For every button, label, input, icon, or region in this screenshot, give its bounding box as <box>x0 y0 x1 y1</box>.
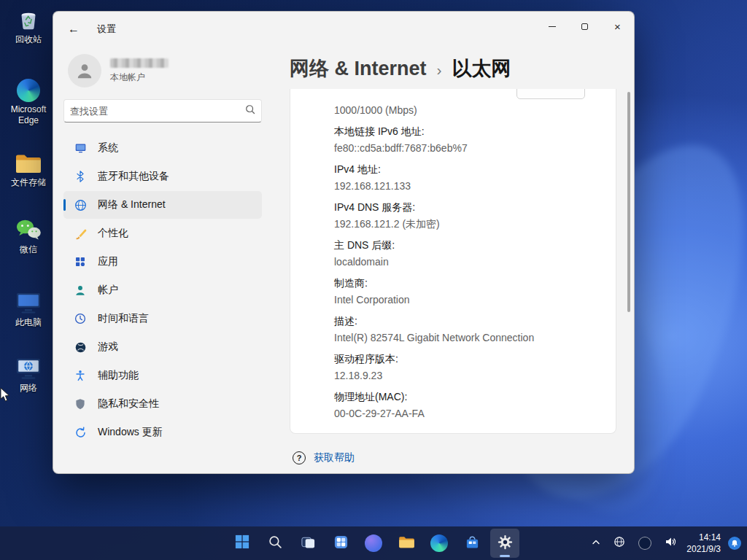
taskbar: 14:14 2021/9/3 <box>0 526 747 560</box>
bluetooth-icon <box>73 171 88 182</box>
store-icon <box>465 534 480 553</box>
chat-icon <box>365 534 382 552</box>
tray-network-button[interactable] <box>611 533 628 553</box>
sidebar-item-time-language[interactable]: 时间和语言 <box>63 305 262 332</box>
start-button[interactable] <box>228 529 257 558</box>
search-box[interactable] <box>63 99 262 122</box>
sidebar-item-accessibility[interactable]: 辅助功能 <box>63 362 262 389</box>
user-account-type: 本地帐户 <box>110 71 169 84</box>
taskbar-search-button[interactable] <box>260 529 290 558</box>
desktop-icon-network[interactable]: 网络 <box>4 354 53 394</box>
property-value: 192.168.121.133 <box>334 179 598 192</box>
chat-button[interactable] <box>359 529 388 558</box>
recycle-bin-icon <box>4 6 53 32</box>
property-label: 物理地址(MAC): <box>334 390 598 403</box>
desktop-icon-recycle-bin[interactable]: 回收站 <box>4 6 53 45</box>
close-button[interactable]: × <box>601 12 634 41</box>
desktop-icon-edge[interactable]: Microsoft Edge <box>4 76 53 126</box>
file-explorer-button[interactable] <box>392 529 421 558</box>
sidebar-item-gaming[interactable]: 游戏 <box>63 333 262 361</box>
sidebar-item-label: 蓝牙和其他设备 <box>98 170 169 183</box>
property-label: 驱动程序版本: <box>334 352 598 365</box>
desktop-icon-wechat[interactable]: 微信 <box>4 216 53 255</box>
ethernet-properties-card: 1000/1000 (Mbps) 本地链接 IPv6 地址: fe80::cd5… <box>290 89 616 434</box>
minimize-button[interactable] <box>535 12 568 41</box>
sidebar-item-accounts[interactable]: 帐户 <box>63 276 262 304</box>
breadcrumb-parent[interactable]: 网络 & Internet <box>290 55 427 82</box>
window-controls: × <box>535 12 634 41</box>
sidebar-item-windows-update[interactable]: Windows 更新 <box>63 419 262 446</box>
user-name-blurred <box>110 58 169 68</box>
edge-button[interactable] <box>425 529 454 558</box>
window-title: 设置 <box>97 23 116 36</box>
widgets-button[interactable] <box>326 529 355 558</box>
sidebar-item-network-internet[interactable]: 网络 & Internet <box>63 191 262 219</box>
taskbar-clock[interactable]: 14:14 2021/9/3 <box>686 532 721 555</box>
window-scrollbar[interactable] <box>627 82 630 472</box>
task-view-button[interactable] <box>293 529 322 558</box>
chevron-up-icon <box>592 537 600 550</box>
sidebar-item-apps[interactable]: 应用 <box>63 248 262 276</box>
sidebar: 本地帐户 系统 蓝牙和其他设备 <box>53 47 274 474</box>
help-question-icon <box>293 451 306 464</box>
property-value: 1000/1000 (Mbps) <box>334 104 598 117</box>
tray-ime-button[interactable] <box>635 534 654 553</box>
sidebar-item-bluetooth-devices[interactable]: 蓝牙和其他设备 <box>63 163 262 190</box>
breadcrumb: 网络 & Internet › 以太网 <box>290 55 616 82</box>
desktop-icon-this-pc[interactable]: 此电脑 <box>4 289 53 328</box>
breadcrumb-separator-icon: › <box>437 58 442 79</box>
sidebar-item-label: 辅助功能 <box>98 369 139 382</box>
volume-speaker-icon <box>665 536 676 551</box>
property-row: 物理地址(MAC): 00-0C-29-27-AA-FA <box>334 390 598 420</box>
copy-button-partial[interactable] <box>516 89 585 99</box>
desktop-icon-file-storage[interactable]: 文件存储 <box>4 149 53 188</box>
property-label: IPv4 地址: <box>334 163 598 176</box>
sidebar-item-label: 游戏 <box>98 341 118 354</box>
edge-icon <box>4 76 53 102</box>
wechat-icon <box>4 216 53 242</box>
accounts-person-icon <box>73 284 88 296</box>
settings-window: ← 设置 × 本地帐户 <box>53 11 635 474</box>
sidebar-item-label: 系统 <box>98 141 118 155</box>
back-button[interactable]: ← <box>61 18 87 41</box>
sidebar-item-label: 个性化 <box>98 227 128 240</box>
sidebar-item-privacy-security[interactable]: 隐私和安全性 <box>63 390 262 418</box>
tray-chevron-button[interactable] <box>589 534 603 553</box>
maximize-button[interactable] <box>568 12 601 41</box>
sidebar-item-label: 应用 <box>98 255 118 268</box>
property-label: 主 DNS 后缀: <box>334 238 598 252</box>
sidebar-item-personalization[interactable]: 个性化 <box>63 219 262 247</box>
accessibility-person-icon <box>73 370 88 381</box>
notification-bell-icon <box>731 537 738 550</box>
scrollbar-thumb[interactable] <box>627 92 630 312</box>
titlebar[interactable]: ← 设置 × <box>53 12 634 47</box>
sidebar-item-label: Windows 更新 <box>98 426 163 439</box>
taskbar-center <box>228 529 519 558</box>
settings-button[interactable] <box>490 529 519 558</box>
page-title: 以太网 <box>452 55 511 82</box>
desktop-icon-label: 回收站 <box>4 34 53 45</box>
get-help-link[interactable]: 获取帮助 <box>293 451 616 464</box>
search-input[interactable] <box>70 106 245 117</box>
property-label: 制造商: <box>334 276 598 289</box>
user-avatar <box>68 54 101 88</box>
tray-volume-button[interactable] <box>662 533 679 553</box>
property-value: localdomain <box>334 255 598 268</box>
property-value: 00-0C-29-27-AA-FA <box>334 407 598 420</box>
property-row: 驱动程序版本: 12.18.9.23 <box>334 352 598 382</box>
clock-time: 14:14 <box>686 532 721 543</box>
user-card[interactable]: 本地帐户 <box>68 54 262 88</box>
apps-grid-icon <box>73 256 88 268</box>
close-icon: × <box>614 21 621 32</box>
system-icon <box>73 142 88 155</box>
property-row: 本地链接 IPv6 地址: fe80::cd5a:bdff:7687:b6eb%… <box>334 125 598 155</box>
property-row: IPv4 DNS 服务器: 192.168.121.2 (未加密) <box>334 201 598 230</box>
network-globe-icon <box>614 536 625 551</box>
store-button[interactable] <box>457 529 487 558</box>
notification-badge[interactable] <box>728 537 741 550</box>
windows-logo-icon <box>235 534 249 552</box>
property-value: fe80::cd5a:bdff:7687:b6eb%7 <box>334 141 598 155</box>
clock-date: 2021/9/3 <box>686 543 721 555</box>
search-icon <box>245 104 255 117</box>
sidebar-item-system[interactable]: 系统 <box>63 134 262 162</box>
